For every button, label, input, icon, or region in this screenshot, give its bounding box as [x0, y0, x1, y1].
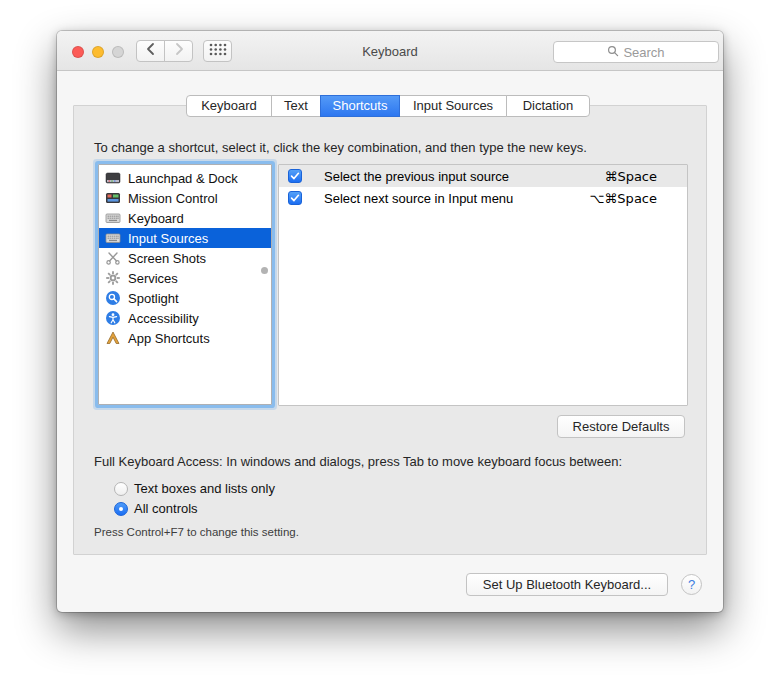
checkbox-checked-icon[interactable]: [288, 169, 302, 183]
setup-bluetooth-keyboard-button[interactable]: Set Up Bluetooth Keyboard...: [466, 573, 668, 596]
title-bar: Keyboard Search: [57, 31, 723, 71]
help-button[interactable]: ?: [681, 574, 702, 595]
shortcut-label: Select the previous input source: [324, 169, 604, 184]
sidebar-item-label: Screen Shots: [128, 251, 206, 266]
shortcut-category-list[interactable]: Launchpad & Dock Mission Control: [98, 164, 272, 405]
keyboard-icon: [105, 210, 121, 226]
sidebar-item-services[interactable]: Services: [99, 268, 271, 288]
sidebar-item-spotlight[interactable]: Spotlight: [99, 288, 271, 308]
radio-on-icon[interactable]: [114, 502, 128, 516]
sidebar-item-app-shortcuts[interactable]: App Shortcuts: [99, 328, 271, 348]
sidebar-item-label: Spotlight: [128, 291, 179, 306]
tab-keyboard[interactable]: Keyboard: [186, 95, 272, 117]
dock-icon: [105, 170, 121, 186]
tab-text[interactable]: Text: [271, 95, 321, 117]
tab-bar: Keyboard Text Shortcuts Input Sources Di…: [186, 95, 590, 117]
shortcut-keys[interactable]: ⌥⌘Space: [589, 191, 657, 206]
search-input[interactable]: Search: [553, 41, 719, 63]
shortcut-list[interactable]: Select the previous input source ⌘Space …: [278, 164, 688, 406]
tab-shortcuts[interactable]: Shortcuts: [320, 95, 400, 117]
sidebar-item-label: Services: [128, 271, 178, 286]
radio-off-icon[interactable]: [114, 482, 128, 496]
sidebar-item-label: Keyboard: [128, 211, 184, 226]
gear-icon: [105, 270, 121, 286]
sidebar-item-keyboard[interactable]: Keyboard: [99, 208, 271, 228]
sidebar-item-label: Mission Control: [128, 191, 218, 206]
sidebar-item-label: Launchpad & Dock: [128, 171, 238, 186]
sidebar-item-label: Accessibility: [128, 311, 199, 326]
sidebar-item-label: App Shortcuts: [128, 331, 210, 346]
checkbox-checked-icon[interactable]: [288, 191, 302, 205]
sidebar-item-label: Input Sources: [128, 231, 208, 246]
mission-control-icon: [105, 190, 121, 206]
shortcut-label: Select next source in Input menu: [324, 191, 589, 206]
shortcut-row-previous-input-source[interactable]: Select the previous input source ⌘Space: [279, 165, 687, 187]
full-keyboard-access-heading: Full Keyboard Access: In windows and dia…: [94, 454, 622, 469]
shortcuts-pane: To change a shortcut, select it, click t…: [73, 105, 707, 555]
control-f7-note: Press Control+F7 to change this setting.: [94, 526, 299, 538]
sidebar-item-launchpad-dock[interactable]: Launchpad & Dock: [99, 168, 271, 188]
radio-label: All controls: [134, 501, 198, 516]
search-icon: [607, 45, 619, 60]
instruction-text: To change a shortcut, select it, click t…: [94, 140, 587, 155]
keyboard-icon: [105, 230, 121, 246]
tab-dictation[interactable]: Dictation: [506, 95, 590, 117]
magnifier-badge-icon: [105, 290, 121, 306]
tab-input-sources[interactable]: Input Sources: [399, 95, 507, 117]
radio-option-text-boxes[interactable]: Text boxes and lists only: [114, 481, 275, 496]
scrollbar-thumb[interactable]: [261, 267, 268, 274]
preferences-window: Keyboard Search Keyboard Text Shortcuts …: [57, 31, 723, 612]
shortcut-row-next-input-source[interactable]: Select next source in Input menu ⌥⌘Space: [279, 187, 687, 209]
radio-option-all-controls[interactable]: All controls: [114, 501, 198, 516]
shortcut-keys[interactable]: ⌘Space: [604, 169, 657, 184]
restore-defaults-button[interactable]: Restore Defaults: [557, 415, 685, 438]
sidebar-item-accessibility[interactable]: Accessibility: [99, 308, 271, 328]
sidebar-item-screen-shots[interactable]: Screen Shots: [99, 248, 271, 268]
radio-label: Text boxes and lists only: [134, 481, 275, 496]
search-placeholder: Search: [623, 45, 664, 60]
accessibility-icon: [105, 310, 121, 326]
sidebar-item-mission-control[interactable]: Mission Control: [99, 188, 271, 208]
app-shortcuts-icon: [105, 330, 121, 346]
scissors-icon: [105, 250, 121, 266]
sidebar-item-input-sources[interactable]: Input Sources: [99, 228, 271, 248]
